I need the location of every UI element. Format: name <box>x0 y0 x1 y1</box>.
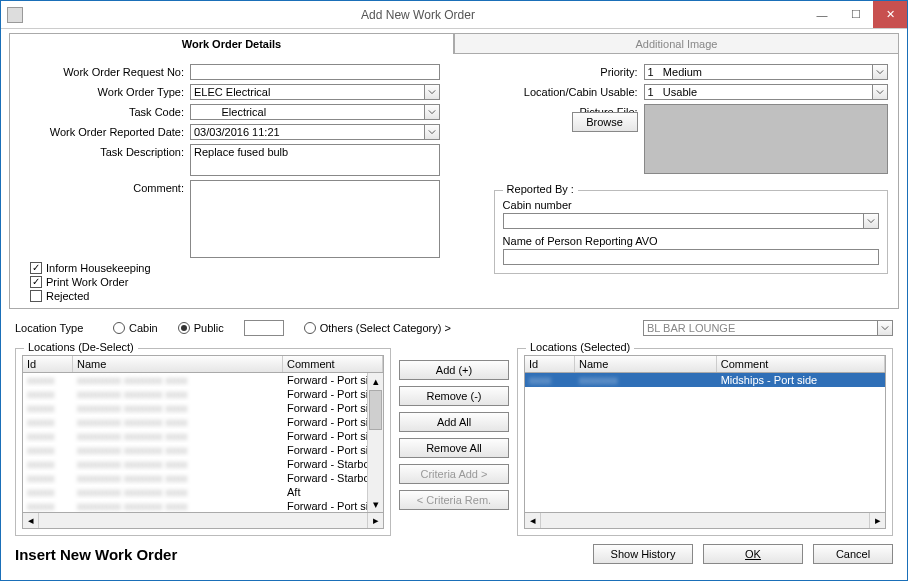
checkbox-print-work-order[interactable]: Print Work Order <box>30 276 474 288</box>
select-usable[interactable] <box>644 84 888 100</box>
checkbox-rejected[interactable]: Rejected <box>30 290 474 302</box>
input-reported-date-value[interactable] <box>190 124 424 140</box>
col-comment[interactable]: Comment <box>283 356 383 372</box>
select-priority-value[interactable] <box>644 64 872 80</box>
select-type[interactable] <box>190 84 440 100</box>
table-row[interactable]: xxxxxxxxxxxxx xxxxxxx xxxxForward - Port… <box>23 387 383 401</box>
tab-bar: Work Order Details Additional Image <box>9 33 899 54</box>
scrollbar-horizontal[interactable]: ◂ ▸ <box>524 513 886 529</box>
col-name[interactable]: Name <box>575 356 717 372</box>
scrollbar-horizontal[interactable]: ◂ ▸ <box>22 513 384 529</box>
list-header-deselect: Id Name Comment <box>22 355 384 373</box>
show-history-button[interactable]: Show History <box>593 544 693 564</box>
check-icon <box>30 276 42 288</box>
table-row[interactable]: xxxxxxxxxxxxx xxxxxxx xxxxForward - Port… <box>23 499 383 513</box>
select-location-category[interactable] <box>643 320 893 336</box>
select-task-code[interactable] <box>190 104 440 120</box>
label-cabin-number: Cabin number <box>503 199 879 211</box>
add-button[interactable]: Add (+) <box>399 360 509 380</box>
label-location-type: Location Type <box>15 322 105 334</box>
chevron-down-icon[interactable] <box>877 320 893 336</box>
checkbox-rejected-label: Rejected <box>46 290 89 302</box>
table-row[interactable]: xxxxxxxxxxxxx xxxxxxx xxxxForward - Port… <box>23 401 383 415</box>
minimize-button[interactable]: — <box>805 1 839 28</box>
browse-button[interactable]: Browse <box>572 112 638 132</box>
chevron-down-icon[interactable] <box>424 124 440 140</box>
remove-all-button[interactable]: Remove All <box>399 438 509 458</box>
textarea-task-desc[interactable]: Replace fused bulb <box>190 144 440 176</box>
col-name[interactable]: Name <box>73 356 283 372</box>
input-person-reporting[interactable] <box>503 249 879 265</box>
app-icon <box>7 7 23 23</box>
select-usable-value[interactable] <box>644 84 872 100</box>
scroll-right-icon[interactable]: ▸ <box>367 513 383 528</box>
table-row[interactable]: xxxxxxxxxxxxx xxxxxxx xxxxForward - Port… <box>23 443 383 457</box>
fieldset-reported-by: Reported By : Cabin number Name of Perso… <box>494 190 888 274</box>
table-row[interactable]: xxxxxxxxxxxxx xxxxxxx xxxxForward - Port… <box>23 415 383 429</box>
cancel-button[interactable]: Cancel <box>813 544 893 564</box>
select-cabin-number[interactable] <box>503 213 879 229</box>
select-type-value[interactable] <box>190 84 424 100</box>
radio-cabin-label: Cabin <box>129 322 158 334</box>
chevron-down-icon[interactable] <box>872 84 888 100</box>
radio-others[interactable]: Others (Select Category) > <box>304 322 451 334</box>
col-comment[interactable]: Comment <box>717 356 885 372</box>
remove-button[interactable]: Remove (-) <box>399 386 509 406</box>
checkbox-print-label: Print Work Order <box>46 276 128 288</box>
radio-icon <box>304 322 316 334</box>
table-row[interactable]: xxxxxxxxxxxxx xxxxxxx xxxxForward - Port… <box>23 373 383 387</box>
textarea-comment[interactable] <box>190 180 440 258</box>
table-row[interactable]: xxxxxxxxxxxxx xxxxxxx xxxxAft <box>23 485 383 499</box>
input-request-no[interactable] <box>190 64 440 80</box>
fieldset-locations-deselect: Locations (De-Select) Id Name Comment xx… <box>15 348 391 536</box>
titlebar: Add New Work Order — ☐ ✕ <box>1 1 907 29</box>
chevron-down-icon[interactable] <box>872 64 888 80</box>
scroll-up-icon[interactable]: ▴ <box>368 373 383 389</box>
table-row[interactable]: xxxxxxxxxxxxx xxxxxxx xxxxForward - Port… <box>23 429 383 443</box>
table-row[interactable]: xxxxxxxxxxxMidships - Port side <box>525 373 885 387</box>
table-row[interactable]: xxxxxxxxxxxxx xxxxxxx xxxxForward - Star… <box>23 471 383 485</box>
scroll-left-icon[interactable]: ◂ <box>525 513 541 528</box>
table-row[interactable]: xxxxxxxxxxxxx xxxxxxx xxxxForward - Star… <box>23 457 383 471</box>
list-body-selected[interactable]: xxxxxxxxxxxMidships - Port side <box>524 373 886 513</box>
label-usable: Location/Cabin Usable: <box>494 84 644 98</box>
input-public-code[interactable] <box>244 320 284 336</box>
window-title: Add New Work Order <box>31 8 805 22</box>
scroll-right-icon[interactable]: ▸ <box>869 513 885 528</box>
chevron-down-icon[interactable] <box>424 84 440 100</box>
tab-additional-image[interactable]: Additional Image <box>454 33 899 54</box>
chevron-down-icon[interactable] <box>863 213 879 229</box>
label-task-code: Task Code: <box>20 104 190 118</box>
radio-public[interactable]: Public <box>178 322 224 334</box>
scroll-down-icon[interactable]: ▾ <box>368 496 383 512</box>
ok-button[interactable]: OK <box>703 544 803 564</box>
select-location-category-value[interactable] <box>643 320 877 336</box>
legend-selected: Locations (Selected) <box>526 341 634 353</box>
list-body-deselect[interactable]: xxxxxxxxxxxxx xxxxxxx xxxxForward - Port… <box>22 373 384 513</box>
scrollbar-vertical[interactable]: ▴ ▾ <box>367 373 383 512</box>
col-id[interactable]: Id <box>525 356 575 372</box>
select-priority[interactable] <box>644 64 888 80</box>
checkbox-inform-housekeeping[interactable]: Inform Housekeeping <box>30 262 474 274</box>
scroll-thumb[interactable] <box>369 390 382 430</box>
add-all-button[interactable]: Add All <box>399 412 509 432</box>
select-cabin-value[interactable] <box>503 213 863 229</box>
check-icon <box>30 290 42 302</box>
col-id[interactable]: Id <box>23 356 73 372</box>
label-task-desc: Task Description: <box>20 144 190 158</box>
label-priority: Priority: <box>494 64 644 78</box>
fieldset-locations-selected: Locations (Selected) Id Name Comment xxx… <box>517 348 893 536</box>
select-task-code-value[interactable] <box>190 104 424 120</box>
check-icon <box>30 262 42 274</box>
radio-cabin[interactable]: Cabin <box>113 322 158 334</box>
tab-work-order-details[interactable]: Work Order Details <box>9 33 454 54</box>
legend-deselect: Locations (De-Select) <box>24 341 138 353</box>
maximize-button[interactable]: ☐ <box>839 1 873 28</box>
chevron-down-icon[interactable] <box>424 104 440 120</box>
input-reported-date[interactable] <box>190 124 440 140</box>
close-button[interactable]: ✕ <box>873 1 907 28</box>
picture-placeholder <box>644 104 888 174</box>
scroll-left-icon[interactable]: ◂ <box>23 513 39 528</box>
radio-icon <box>113 322 125 334</box>
label-type: Work Order Type: <box>20 84 190 98</box>
